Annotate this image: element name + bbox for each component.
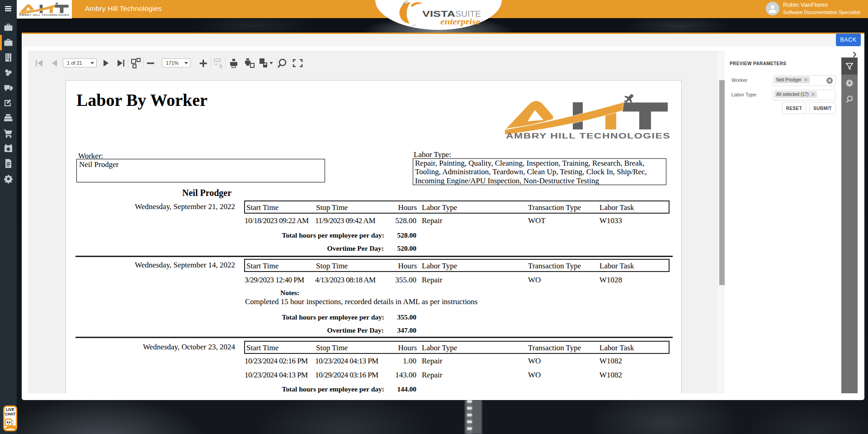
svg-text:enterprise: enterprise: [440, 17, 481, 26]
